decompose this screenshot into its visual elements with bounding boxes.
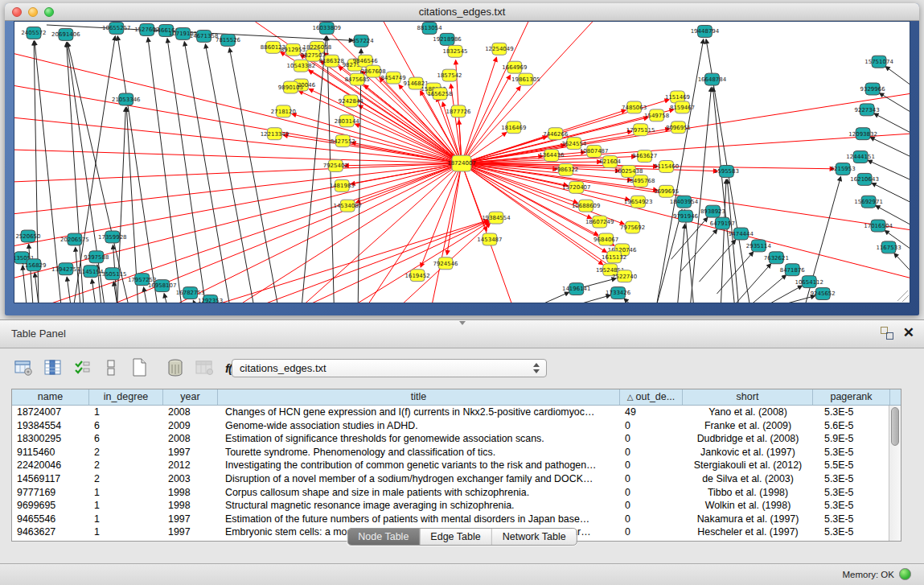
memory-status-label: Memory: OK [842, 570, 894, 579]
table-row[interactable]: 911546021997Tourette syndrome. Phenomeno… [12, 446, 901, 459]
graph-node[interactable]: 10655257 [102, 22, 131, 34]
graph-node[interactable]: 8215953 [831, 163, 856, 175]
cell: Disruption of a novel member of a sodium… [218, 472, 620, 486]
column-header-year[interactable]: year [163, 389, 218, 405]
cell: Wolkin et al. (1998) [683, 499, 813, 513]
graph-node[interactable]: 7986322 [553, 163, 578, 175]
column-select-icon[interactable] [71, 356, 93, 379]
svg-text:1816469: 1816469 [501, 125, 526, 131]
graph-node[interactable]: 2405572 [21, 27, 46, 39]
window-titlebar[interactable]: citations_edges.txt [5, 3, 919, 21]
zoom-window-button[interactable] [44, 7, 54, 17]
citation-graph[interactable]: 2405572206914061065525715276028466160107… [14, 22, 910, 303]
close-window-button[interactable] [12, 7, 22, 17]
graph-node[interactable]: 1481983 [330, 179, 355, 192]
graph-node[interactable]: 9791946 [673, 210, 698, 222]
graph-node[interactable]: 7857224 [349, 35, 375, 47]
vertical-scrollbar[interactable] [889, 406, 901, 541]
graph-node[interactable]: 10688609 [572, 200, 601, 212]
graph-node[interactable]: 19218986 [433, 33, 462, 45]
graph-node[interactable]: 1877726 [446, 105, 470, 117]
graph-node[interactable]: 8471876 [780, 264, 805, 276]
graph-node[interactable]: 7485063 [622, 101, 647, 113]
graph-node[interactable]: 7632621 [764, 252, 789, 264]
graph-node[interactable]: 15720407 [562, 181, 591, 193]
graph-node[interactable]: 9245652 [811, 288, 836, 300]
graph-node[interactable]: 16210643 [850, 173, 879, 185]
graph-node[interactable]: 1453487 [477, 233, 502, 245]
graph-node[interactable]: 16648784 [698, 73, 727, 85]
table-row[interactable]: 1938455462009Genome-wide association stu… [12, 419, 901, 433]
cell: de Silva et al. (2003) [683, 472, 813, 486]
column-header-out_de[interactable]: △out_de... [620, 389, 683, 405]
column-header-short[interactable]: short [683, 389, 813, 405]
graph-node[interactable]: 17359928 [98, 231, 127, 243]
float-panel-icon[interactable] [881, 327, 893, 340]
table-row[interactable]: 977716911998Corpus callosum shape and si… [12, 486, 901, 500]
minimize-window-button[interactable] [28, 7, 38, 17]
graph-node[interactable]: 2718120 [271, 105, 296, 117]
svg-text:1292353: 1292353 [198, 298, 223, 303]
graph-node[interactable]: 9115460 [654, 161, 679, 173]
graph-node[interactable]: 15692971 [854, 196, 883, 208]
graph-node[interactable]: 20691406 [51, 28, 80, 40]
column-header-in_degree[interactable]: in_degree [89, 389, 163, 405]
new-table-icon[interactable] [129, 356, 151, 379]
column-header-title[interactable]: title [218, 389, 620, 405]
graph-node[interactable]: 9699695 [654, 185, 679, 197]
tab-edge-table[interactable]: Edge Table [419, 529, 491, 545]
close-panel-icon[interactable]: ✕ [903, 327, 914, 340]
dropdown-arrows-icon [533, 363, 540, 373]
graph-node[interactable]: 8813054 [417, 22, 443, 34]
tab-network-table[interactable]: Network Table [491, 529, 577, 545]
table-row[interactable]: 1872400712008Changes of HCN gene express… [12, 406, 901, 419]
graph-node[interactable]: 8938923 [700, 205, 725, 217]
table-row[interactable]: 1830029562008Estimation of significance … [12, 432, 901, 446]
graph-node[interactable]: 13942757 [51, 263, 80, 275]
graph-node[interactable]: 1816469 [501, 122, 526, 134]
table-row[interactable]: 1456911722003Disruption of a novel membe… [12, 472, 901, 486]
table-row[interactable]: 2242004622012Investigating the contribut… [12, 459, 901, 472]
graph-node[interactable]: 17016504 [864, 220, 893, 232]
table-selector-dropdown[interactable]: citations_edges.txt [232, 359, 547, 377]
graph-node[interactable]: 7924546 [433, 257, 458, 270]
tab-node-table[interactable]: Node Table [347, 529, 419, 545]
delete-column-icon[interactable] [164, 356, 187, 379]
graph-node[interactable]: 14534087 [333, 200, 362, 212]
graph-node[interactable]: 12254049 [485, 43, 514, 55]
graph-node[interactable]: 10654112 [795, 276, 823, 288]
memory-status-indicator[interactable] [899, 568, 911, 580]
graph-node[interactable]: 1549758 [644, 109, 669, 122]
network-canvas[interactable]: 2405572206914061065525715276028466160107… [14, 21, 910, 303]
resize-grip-icon[interactable] [897, 290, 909, 302]
graph-node[interactable]: 1733426 [606, 287, 630, 299]
graph-node[interactable]: 1619452 [405, 270, 430, 282]
graph-node[interactable]: 9397588 [84, 251, 109, 263]
svg-text:12444151: 12444151 [846, 154, 875, 160]
graph-node[interactable]: 12093832 [848, 128, 877, 140]
table-settings-icon[interactable] [13, 356, 35, 379]
graph-node[interactable]: 15751074 [864, 56, 893, 68]
table-row[interactable]: 969969511998Structural magnetic resonanc… [12, 499, 901, 513]
cell: Changes of HCN gene expression and I(f) … [218, 406, 620, 419]
svg-text:9684067: 9684067 [593, 237, 618, 243]
graph-node[interactable]: 7925402 [323, 160, 348, 172]
graph-node[interactable]: 1857542 [437, 69, 462, 81]
graph-node[interactable]: 9329966 [860, 83, 885, 95]
svg-text:8427552: 8427552 [331, 138, 355, 145]
row-mode-icon[interactable] [100, 356, 122, 379]
column-visibility-icon[interactable] [42, 356, 64, 379]
graph-node[interactable]: 1664969 [502, 61, 527, 73]
scrollbar-thumb[interactable] [891, 407, 899, 446]
graph-node[interactable]: 1832545 [442, 45, 467, 57]
graph-node[interactable]: 7815526 [216, 34, 240, 46]
column-header-pagerank[interactable]: pagerank [813, 389, 890, 405]
graph-node[interactable]: 19448794 [691, 25, 720, 37]
graph-node[interactable]: 7975692 [620, 221, 645, 233]
column-header-name[interactable]: name [12, 389, 89, 405]
table-body: 1872400712008Changes of HCN gene express… [12, 406, 901, 539]
graph-node[interactable]: 16033809 [313, 22, 342, 34]
panel-drag-handle-icon[interactable] [459, 321, 466, 325]
graph-node[interactable]: 1167533 [876, 241, 901, 253]
table-row[interactable]: 946554611997Estimation of the future num… [12, 513, 901, 526]
